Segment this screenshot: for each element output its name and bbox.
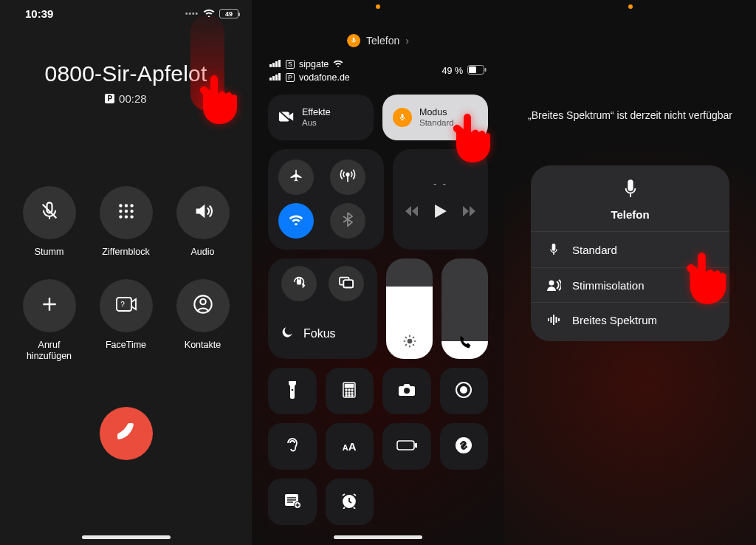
alarm-clock-icon <box>340 493 358 512</box>
antenna-icon <box>340 168 356 187</box>
home-indicator[interactable] <box>82 535 171 539</box>
hearing-button[interactable] <box>268 423 317 470</box>
notes-button[interactable] <box>268 479 317 525</box>
effects-tile[interactable]: Effekte Aus <box>268 95 374 140</box>
active-app-pill[interactable]: Telefon › <box>347 34 409 47</box>
battery-percent: 49 % <box>442 66 464 76</box>
pointer-hand-icon <box>453 112 494 164</box>
home-indicator[interactable] <box>334 535 422 539</box>
media-tile[interactable]: - - <box>393 149 488 250</box>
panel-title: Telefon <box>611 208 649 221</box>
speaker-icon <box>193 201 213 224</box>
next-track-icon[interactable] <box>463 206 476 219</box>
facetime-label: FaceTime <box>106 340 146 352</box>
prev-track-icon[interactable] <box>405 206 419 219</box>
svg-rect-22 <box>469 66 476 73</box>
airplane-toggle[interactable] <box>278 160 314 195</box>
bluetooth-toggle[interactable] <box>330 203 365 239</box>
svg-point-40 <box>346 394 347 396</box>
lock-rotation-icon <box>291 274 307 293</box>
screen-mirror-icon <box>338 275 354 292</box>
brightness-slider[interactable] <box>386 258 433 359</box>
plus-icon <box>40 295 59 317</box>
brightness-icon <box>402 334 417 352</box>
play-icon[interactable] <box>435 205 447 221</box>
sim-badge-1: S <box>286 60 295 69</box>
svg-point-43 <box>404 388 410 394</box>
svg-rect-57 <box>558 318 560 321</box>
flashlight-button[interactable] <box>268 368 317 414</box>
svg-rect-15 <box>275 61 278 67</box>
alarm-button[interactable] <box>326 479 374 525</box>
battery-icon: 49 <box>219 9 238 18</box>
hangup-button[interactable] <box>100 407 153 460</box>
low-power-button[interactable] <box>382 423 431 470</box>
add-call-button[interactable]: Anruf hinzufügen <box>23 279 76 363</box>
connectivity-tile[interactable] <box>268 149 384 250</box>
screen-record-button[interactable] <box>440 368 489 414</box>
flashlight-icon <box>287 381 298 402</box>
svg-point-34 <box>346 389 347 391</box>
text-size-button[interactable]: AA <box>326 423 374 470</box>
svg-point-25 <box>346 173 349 176</box>
option-label: Breites Spektrum <box>572 314 657 326</box>
svg-point-38 <box>348 392 350 394</box>
keypad-icon <box>117 202 136 224</box>
signal-bars-icon <box>269 59 281 69</box>
phone-icon <box>458 335 472 352</box>
svg-rect-19 <box>275 75 278 80</box>
svg-rect-46 <box>397 441 414 450</box>
shazam-button[interactable] <box>440 423 489 470</box>
audio-button[interactable]: Audio <box>176 186 230 258</box>
battery-outline-icon <box>396 440 417 453</box>
focus-tile[interactable]: Fokus <box>268 258 377 359</box>
svg-rect-24 <box>279 112 289 121</box>
call-duration: 00:28 <box>119 92 147 105</box>
moon-icon <box>280 325 295 343</box>
mic-icon <box>546 242 562 257</box>
svg-point-8 <box>130 215 133 218</box>
orientation-lock-button[interactable] <box>281 266 317 301</box>
mode-option-wide-spectrum[interactable]: Breites Spektrum <box>531 302 729 337</box>
svg-point-31 <box>291 388 293 391</box>
svg-rect-26 <box>298 280 301 284</box>
signal-dots-icon: •••• <box>185 10 199 18</box>
facetime-icon: ? <box>115 296 137 315</box>
camera-button[interactable] <box>382 368 431 414</box>
mute-button[interactable]: Stumm <box>23 186 76 258</box>
wifi-small-icon <box>333 59 343 69</box>
screen-mirror-button[interactable] <box>329 266 364 301</box>
wide-spectrum-icon <box>546 313 562 326</box>
facetime-button[interactable]: ? FaceTime <box>100 279 153 363</box>
calculator-button[interactable] <box>326 368 374 414</box>
signal-bars-2-icon <box>269 72 281 83</box>
svg-rect-28 <box>343 280 353 287</box>
contacts-icon <box>193 294 213 318</box>
carrier-2: vodafone.de <box>299 72 350 83</box>
volume-slider[interactable] <box>441 258 488 359</box>
voice-isolation-icon <box>546 278 562 292</box>
pointer-hand-icon <box>686 251 730 306</box>
cellular-toggle[interactable] <box>330 160 365 195</box>
keypad-button[interactable]: Ziffernblock <box>100 186 153 258</box>
note-add-icon <box>284 493 300 511</box>
focus-label: Fokus <box>303 327 336 340</box>
svg-point-3 <box>119 210 122 213</box>
contacts-button[interactable]: Kontakte <box>176 279 230 363</box>
effects-label: Effekte <box>302 107 331 118</box>
airplane-icon <box>289 168 303 186</box>
svg-rect-33 <box>346 384 354 387</box>
mic-large-icon <box>622 179 639 202</box>
hangup-icon <box>114 419 139 448</box>
toast-message: „Breites Spektrum“ ist derzeit nicht ver… <box>504 109 756 121</box>
svg-rect-53 <box>553 315 554 325</box>
sim-badge-2: P <box>286 73 295 82</box>
svg-text:?: ? <box>120 301 125 309</box>
svg-rect-20 <box>278 73 281 80</box>
option-label: Stimmisolation <box>572 279 645 292</box>
svg-point-6 <box>119 215 122 218</box>
wifi-toggle[interactable] <box>278 203 314 239</box>
text-size-icon: AA <box>343 440 357 453</box>
option-label: Standard <box>572 244 617 256</box>
mode-label: Modus <box>419 107 454 118</box>
